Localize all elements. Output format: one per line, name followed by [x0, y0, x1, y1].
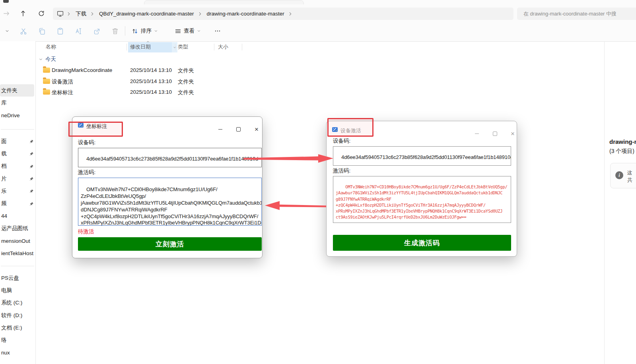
pane-separator [604, 41, 605, 364]
column-separator[interactable] [214, 44, 214, 50]
table-row[interactable]: DrawingMarkCcoordinate 2025/10/14 13:10 … [36, 65, 585, 76]
column-header-size[interactable]: 大小 [218, 43, 228, 50]
sidebar-item-label: 面 [1, 138, 7, 145]
date-column-dropdown[interactable] [172, 42, 177, 52]
details-info-card: i 这 共 [610, 163, 636, 188]
group-label: 今天 [45, 56, 56, 63]
sidebar-item[interactable]: 络 [0, 334, 36, 346]
breadcrumb-item[interactable]: drawing-mark-coordinate-master [204, 10, 288, 17]
forward-icon[interactable] [1, 8, 12, 19]
chevron-right-icon [288, 11, 293, 17]
details-info-text: 这 [627, 170, 632, 176]
table-row[interactable]: 设备激活 2025/10/14 13:10 文件夹 [36, 76, 585, 87]
pin-icon [29, 201, 34, 206]
device-code-field[interactable]: 4d6ee34af59405713c6c273b85f628a9d2f5dd01… [78, 148, 262, 167]
app-icon [78, 122, 84, 128]
sidebar-item[interactable]: 软件 (D:) [0, 309, 36, 321]
this-pc-icon[interactable] [57, 10, 64, 17]
column-separator[interactable] [175, 44, 175, 50]
close-button[interactable]: × [251, 125, 263, 134]
sort-icon [132, 28, 138, 35]
folder-icon [43, 79, 50, 84]
sidebar-item-label: nux [1, 350, 10, 356]
folder-icon [43, 68, 50, 73]
search-placeholder: 在 drawing-mark-coordinate-master 中搜 [523, 10, 617, 17]
column-header-date[interactable]: 修改日期 [130, 43, 151, 50]
sidebar-item[interactable]: neDrive [0, 109, 36, 122]
chevron-down-icon[interactable] [2, 24, 12, 38]
file-date: 2025/10/14 13:10 [130, 67, 172, 73]
sort-button[interactable]: 排序 [128, 24, 161, 38]
breadcrumb-item[interactable]: QBdY_drawing-mark-coordinate-master [96, 10, 197, 17]
sidebar-item[interactable]: 档 [0, 160, 36, 172]
up-icon[interactable] [18, 8, 29, 19]
pane-separator [35, 41, 36, 364]
activation-code-field[interactable]: OMTv3NWeih7N7+CDl0HBoy8ikde7CMnum6gz1U/U… [78, 178, 262, 226]
explorer-tab-fragment [144, 0, 304, 4]
window-fragment [3, 0, 9, 3]
file-type: 文件夹 [178, 67, 194, 74]
sidebar-item-label: neDrive [1, 112, 20, 118]
search-input[interactable]: 在 drawing-mark-coordinate-master 中搜 [517, 8, 636, 20]
sidebar-item[interactable]: 面 [0, 135, 36, 147]
sidebar-item[interactable]: 44 [0, 210, 36, 222]
view-button[interactable]: 查看 [171, 24, 204, 38]
file-date: 2025/10/14 13:10 [130, 78, 172, 84]
sidebar-item[interactable]: 乐 [0, 185, 36, 197]
cut-icon[interactable] [17, 24, 30, 38]
sidebar-item[interactable]: 电脑 [0, 284, 36, 296]
minimize-button[interactable] [214, 125, 226, 134]
details-title: drawing-mark-coordinate-master [609, 138, 636, 145]
sidebar-item[interactable]: PS云盘 [0, 272, 36, 284]
sidebar-item[interactable]: 文档 (E:) [0, 321, 36, 334]
status-text: 待激活 [78, 228, 94, 235]
activation-code-label: 激活码: [333, 167, 350, 174]
device-code-field[interactable]: 4d6ee34af59405713c6c273b85f628a9d2f5dd01… [333, 146, 511, 166]
group-header[interactable]: 今天 [36, 56, 56, 63]
sidebar-item-label: 软件 (D:) [1, 312, 22, 319]
dialog-title: 设备激活 [340, 127, 361, 134]
column-separator[interactable] [126, 44, 127, 50]
close-button[interactable]: × [507, 129, 519, 138]
column-separator[interactable] [242, 44, 242, 50]
sidebar-item[interactable]: mensionOut [0, 234, 36, 247]
activate-now-button[interactable]: 立刻激活 [78, 237, 262, 251]
sidebar-item-label: 远产品图纸 [1, 225, 28, 232]
maximize-button[interactable] [489, 129, 501, 138]
details-pane: drawing-mark-coordinate-master (3 个项目) i… [609, 41, 636, 364]
more-options-icon[interactable] [210, 24, 225, 38]
paste-icon[interactable] [53, 24, 67, 38]
app-icon [332, 126, 338, 133]
dialog-title: 坐标标注 [86, 123, 107, 130]
refresh-icon[interactable] [36, 8, 47, 19]
sidebar-item[interactable]: 远产品图纸 [0, 222, 36, 234]
sidebar-item[interactable]: nux [0, 347, 36, 359]
delete-icon[interactable] [108, 24, 122, 38]
sidebar-item[interactable]: 频 [0, 197, 36, 209]
file-name: 坐标标注 [52, 89, 73, 96]
sidebar-item[interactable]: 片 [0, 172, 36, 185]
sidebar-item-label: PS云盘 [1, 275, 19, 282]
column-header-type[interactable]: 类型 [178, 43, 188, 50]
sidebar-item-label: 库 [1, 99, 7, 106]
rename-icon[interactable] [72, 24, 85, 38]
table-row[interactable]: 坐标标注 2025/10/14 13:10 文件夹 [36, 87, 585, 98]
copy-icon[interactable] [35, 24, 49, 38]
sidebar-item-label: 络 [1, 337, 7, 344]
toolbar-separator [125, 26, 125, 36]
column-header-name[interactable]: 名称 [46, 43, 56, 50]
sidebar-item[interactable]: ientTeklaHost [0, 247, 36, 259]
sidebar-item[interactable]: 载 [0, 147, 36, 160]
share-icon[interactable] [90, 24, 103, 38]
minimize-button[interactable] [471, 129, 483, 138]
sidebar-item[interactable]: 库 [0, 97, 36, 109]
window-titlebar [0, 0, 636, 7]
breadcrumb: 下载 QBdY_drawing-mark-coordinate-master d… [53, 8, 513, 20]
activation-code-field[interactable]: OMTv3NWeih7N7+CD10HBoy8ikde7CMnum6gz1U/U… [333, 176, 511, 223]
generate-activation-code-button[interactable]: 生成激活码 [333, 235, 511, 251]
sidebar-item[interactable]: 文件夹 [0, 84, 34, 97]
sidebar-item[interactable]: 系统 (C:) [0, 297, 36, 309]
maximize-button[interactable] [232, 125, 244, 134]
breadcrumb-item[interactable]: 下载 [72, 10, 89, 18]
pin-icon [29, 189, 34, 193]
